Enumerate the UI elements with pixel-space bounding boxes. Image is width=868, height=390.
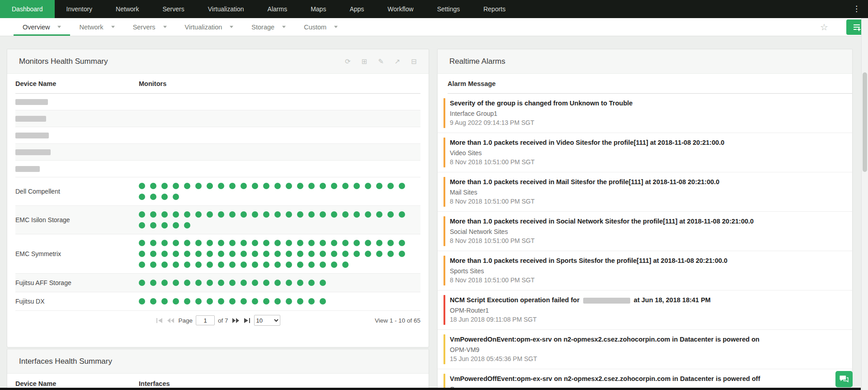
monitor-status-dot[interactable] xyxy=(150,298,156,304)
monitor-status-dot[interactable] xyxy=(263,183,269,189)
monitor-status-dot[interactable] xyxy=(150,211,156,218)
monitor-status-dot[interactable] xyxy=(195,298,202,304)
monitor-status-dot[interactable] xyxy=(139,183,145,189)
monitor-status-dot[interactable] xyxy=(229,240,236,246)
prev-page-button[interactable] xyxy=(166,317,175,324)
monitor-status-dot[interactable] xyxy=(184,251,190,257)
monitor-status-dot[interactable] xyxy=(331,262,337,268)
monitor-status-dot[interactable] xyxy=(263,251,269,257)
alarm-message[interactable]: VmPoweredOnEvent:opm-ex-srv on n2-opmesx… xyxy=(450,335,843,344)
topnav-item-workflow[interactable]: Workflow xyxy=(376,0,425,18)
monitor-status-dot[interactable] xyxy=(331,183,337,189)
monitor-status-dot[interactable] xyxy=(331,251,337,257)
monitor-status-dot[interactable] xyxy=(320,262,326,268)
monitor-status-dot[interactable] xyxy=(320,240,326,246)
report-icon[interactable]: ⊞ xyxy=(362,58,368,65)
topnav-item-network[interactable]: Network xyxy=(104,0,151,18)
page-size-select[interactable]: 10 xyxy=(254,315,280,326)
page-scrollbar[interactable] xyxy=(861,18,868,390)
delete-icon[interactable]: ⊟ xyxy=(411,58,417,65)
monitor-status-dot[interactable] xyxy=(161,211,168,218)
monitor-status-dot[interactable] xyxy=(139,298,145,304)
monitor-status-dot[interactable] xyxy=(263,262,269,268)
monitor-status-dot[interactable] xyxy=(320,211,326,218)
monitor-status-dot[interactable] xyxy=(331,211,337,218)
monitor-status-dot[interactable] xyxy=(173,251,179,257)
monitor-status-dot[interactable] xyxy=(274,251,281,257)
monitor-status-dot[interactable] xyxy=(286,251,292,257)
monitor-status-dot[interactable] xyxy=(218,251,224,257)
device-name-link[interactable]: EMC Symmetrix xyxy=(15,250,139,257)
monitor-status-dot[interactable] xyxy=(308,240,315,246)
monitor-status-dot[interactable] xyxy=(376,251,382,257)
monitor-status-dot[interactable] xyxy=(320,251,326,257)
monitor-status-dot[interactable] xyxy=(387,240,394,246)
monitor-status-dot[interactable] xyxy=(376,240,382,246)
monitor-status-dot[interactable] xyxy=(297,240,303,246)
monitor-status-dot[interactable] xyxy=(308,298,315,304)
refresh-icon[interactable]: ⟳ xyxy=(345,58,351,65)
monitor-status-dot[interactable] xyxy=(207,262,213,268)
monitor-status-dot[interactable] xyxy=(229,251,236,257)
alarm-list-item[interactable]: More than 1.0 packets received in Mail S… xyxy=(438,172,852,212)
monitor-status-dot[interactable] xyxy=(173,280,179,286)
monitor-status-dot[interactable] xyxy=(229,280,236,286)
monitor-status-dot[interactable] xyxy=(139,222,145,228)
monitor-status-dot[interactable] xyxy=(195,251,202,257)
topnav-item-maps[interactable]: Maps xyxy=(299,0,338,18)
monitor-status-dot[interactable] xyxy=(150,251,156,257)
monitor-status-dot[interactable] xyxy=(161,251,168,257)
next-page-button[interactable] xyxy=(231,317,240,324)
page-number-input[interactable] xyxy=(196,315,215,325)
topnav-item-reports[interactable]: Reports xyxy=(472,0,517,18)
topnav-item-virtualization[interactable]: Virtualization xyxy=(196,0,256,18)
topnav-item-inventory[interactable]: Inventory xyxy=(55,0,104,18)
monitor-status-dot[interactable] xyxy=(342,262,349,268)
monitor-status-dot[interactable] xyxy=(207,280,213,286)
monitor-status-dot[interactable] xyxy=(286,211,292,218)
monitor-status-dot[interactable] xyxy=(161,222,168,228)
chat-button[interactable] xyxy=(835,371,853,387)
monitor-status-dot[interactable] xyxy=(241,240,247,246)
monitor-status-dot[interactable] xyxy=(207,211,213,218)
alarm-message[interactable]: More than 1.0 packets received in Social… xyxy=(450,217,843,226)
alarm-list-item[interactable]: More than 1.0 packets received in Social… xyxy=(438,212,852,251)
popout-icon[interactable]: ↗ xyxy=(395,58,401,65)
scrollbar-thumb[interactable] xyxy=(863,72,867,172)
topnav-item-dashboard[interactable]: Dashboard xyxy=(0,0,55,18)
monitor-status-dot[interactable] xyxy=(173,183,179,189)
monitor-status-dot[interactable] xyxy=(241,183,247,189)
edit-icon[interactable]: ✎ xyxy=(378,58,384,65)
alarm-message[interactable]: More than 1.0 packets received in Sports… xyxy=(450,257,843,265)
monitor-status-dot[interactable] xyxy=(139,211,145,218)
monitor-status-dot[interactable] xyxy=(173,240,179,246)
overflow-menu-icon[interactable]: ⋮ xyxy=(853,0,861,18)
monitor-status-dot[interactable] xyxy=(387,251,394,257)
monitor-status-dot[interactable] xyxy=(207,251,213,257)
monitor-status-dot[interactable] xyxy=(195,280,202,286)
alarm-list-item[interactable]: VmPoweredOnEvent:opm-ex-srv on n2-opmesx… xyxy=(438,330,852,369)
subnav-item-storage[interactable]: Storage xyxy=(242,18,295,36)
monitor-status-dot[interactable] xyxy=(173,222,179,228)
monitor-status-dot[interactable] xyxy=(150,194,156,200)
monitor-status-dot[interactable] xyxy=(263,298,269,304)
monitor-status-dot[interactable] xyxy=(286,240,292,246)
monitor-status-dot[interactable] xyxy=(354,211,360,218)
monitor-status-dot[interactable] xyxy=(161,280,168,286)
monitor-status-dot[interactable] xyxy=(184,211,190,218)
monitor-status-dot[interactable] xyxy=(173,194,179,200)
alarm-message[interactable]: Severity of the group is changed from Un… xyxy=(450,99,843,108)
monitor-status-dot[interactable] xyxy=(399,240,405,246)
alarm-list-item[interactable]: VmPoweredOffEvent:opm-ex-srv on n2-opmes… xyxy=(438,369,852,390)
first-page-button[interactable] xyxy=(156,317,163,324)
monitor-status-dot[interactable] xyxy=(354,240,360,246)
monitor-status-dot[interactable] xyxy=(342,211,349,218)
subnav-item-network[interactable]: Network xyxy=(70,18,123,36)
monitor-status-dot[interactable] xyxy=(308,183,315,189)
topnav-item-alarms[interactable]: Alarms xyxy=(256,0,299,18)
monitor-status-dot[interactable] xyxy=(263,280,269,286)
monitor-status-dot[interactable] xyxy=(139,262,145,268)
monitor-status-dot[interactable] xyxy=(195,183,202,189)
monitor-status-dot[interactable] xyxy=(297,298,303,304)
monitor-status-dot[interactable] xyxy=(229,183,236,189)
